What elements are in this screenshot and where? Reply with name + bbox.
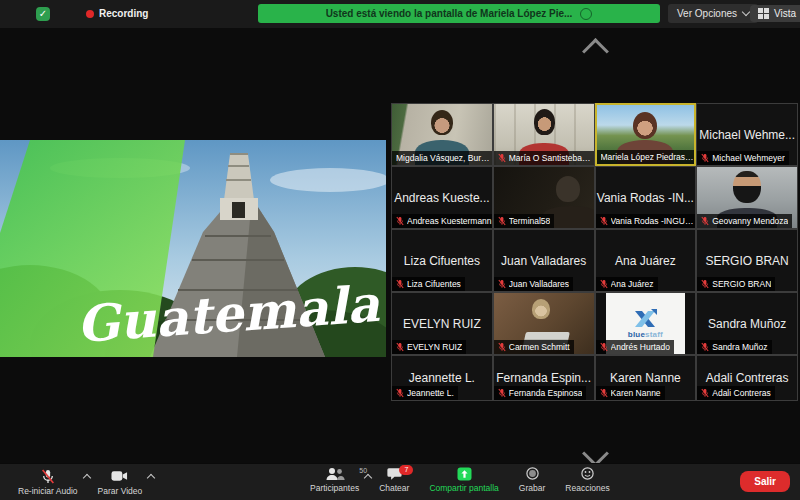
muted-mic-icon [600, 342, 608, 352]
guatemala-slide-image: Guatemala [0, 140, 386, 357]
banner-status-icon[interactable] [580, 8, 592, 20]
participant-tile[interactable]: Geovanny Mendoza [696, 166, 798, 229]
share-screen-label: Compartir pantalla [429, 483, 498, 493]
muted-mic-icon [498, 216, 506, 226]
participant-tile[interactable]: EVELYN RUIZ EVELYN RUIZ [391, 292, 493, 355]
participant-tile[interactable]: Migdalia Vásquez, Buró de... [391, 103, 493, 166]
muted-mic-icon [396, 388, 404, 398]
video-options-chevron[interactable] [147, 474, 155, 482]
participant-label: Carmen Schmitt [509, 342, 570, 352]
participant-label: Adali Contreras [712, 388, 771, 398]
muted-mic-icon [498, 342, 506, 352]
muted-mic-icon [498, 388, 506, 398]
vista-label: Vista [774, 8, 796, 19]
bottom-toolbar: Re-iniciar Audio Parar Video [0, 463, 800, 500]
participant-tile[interactable]: Ana Juárez Ana Juárez [595, 229, 697, 292]
participant-label-badge: Liza Cifuentes [392, 277, 465, 291]
shared-screen-view: Guatemala [0, 140, 386, 357]
encryption-shield-icon: ✓ [36, 7, 50, 21]
participant-label-badge: Andreas Kuestermann [392, 214, 493, 228]
participant-label-badge: Jeannette L. [392, 386, 458, 400]
participant-label-badge: Mariela López Piedrasanta [597, 150, 697, 164]
participant-label: Karen Nanne [611, 388, 661, 398]
muted-mic-icon [701, 153, 709, 163]
video-label: Parar Video [98, 486, 143, 496]
participant-tile[interactable]: Sandra Muñoz Sandra Muñoz [696, 292, 798, 355]
gallery-scroll-up-chevron[interactable] [582, 38, 609, 65]
participant-label-badge: Michael Wehmeyer [697, 151, 789, 165]
participant-label-badge: Ana Juárez [596, 277, 658, 291]
banner-text: Usted está viendo la pantalla de Mariela… [326, 8, 573, 19]
ver-opciones-button[interactable]: Ver Opciones [668, 4, 758, 23]
participant-tile[interactable]: Juan Valladares Juan Valladares [493, 229, 595, 292]
participant-tile[interactable]: Terminal58 [493, 166, 595, 229]
leave-meeting-button[interactable]: Salir [740, 471, 790, 492]
zoom-meeting-window: ✓ Recording Usted está viendo la pantall… [0, 0, 800, 500]
participant-tile[interactable]: Carmen Schmitt [493, 292, 595, 355]
participant-tile[interactable]: Vania Rodas -IN... Vania Rodas -INGUAT- [595, 166, 697, 229]
participant-label: Liza Cifuentes [407, 279, 461, 289]
participant-label-badge: María O Santisteban Blan... [494, 151, 595, 165]
participants-icon [325, 467, 345, 481]
participant-label-badge: Sandra Muñoz [697, 340, 771, 354]
participants-label: Participantes [310, 483, 359, 493]
bluestaff-logo-icon [633, 309, 657, 329]
participant-label-badge: Juan Valladares [494, 277, 573, 291]
participant-label: Fernanda Espinosa [509, 388, 583, 398]
participant-tile[interactable]: Liza Cifuentes Liza Cifuentes [391, 229, 493, 292]
participant-tile[interactable]: SERGIO BRAN SERGIO BRAN [696, 229, 798, 292]
participants-count: 50 [359, 467, 367, 474]
participant-label: Vania Rodas -INGUAT- [611, 216, 696, 226]
participant-tile[interactable]: Jeannette L. Jeannette L. [391, 355, 493, 401]
participant-label: María O Santisteban Blan... [509, 153, 594, 163]
participant-label-badge: Geovanny Mendoza [697, 214, 792, 228]
top-bar: ✓ Recording Usted está viendo la pantall… [0, 0, 800, 28]
record-icon [526, 467, 539, 480]
participant-tile[interactable]: Mariela López Piedrasanta [595, 103, 697, 166]
participant-label: Juan Valladares [509, 279, 569, 289]
muted-mic-icon [701, 388, 709, 398]
audio-label: Re-iniciar Audio [18, 486, 78, 496]
grid-view-icon [758, 8, 769, 19]
chat-button[interactable]: Chatear 7 [369, 464, 419, 495]
bluestaff-logo-text: bluestaff [628, 330, 663, 339]
participant-tile[interactable]: Michael Wehme... Michael Wehmeyer [696, 103, 798, 166]
screen-share-banner: Usted está viendo la pantalla de Mariela… [258, 4, 660, 23]
participant-label-badge: SERGIO BRAN [697, 277, 775, 291]
participants-button[interactable]: Participantes 50 [300, 464, 369, 495]
participant-label: Ana Juárez [611, 279, 654, 289]
audio-button[interactable]: Re-iniciar Audio [8, 464, 88, 500]
chat-label: Chatear [379, 483, 409, 493]
participant-label: Sandra Muñoz [712, 342, 767, 352]
recording-indicator: Recording [86, 8, 148, 19]
reactions-button[interactable]: Reacciones [555, 464, 619, 495]
participant-label-badge: Andrés Hurtado [596, 340, 675, 354]
participant-label: Mariela López Piedrasanta [601, 152, 695, 162]
video-button[interactable]: Parar Video [88, 464, 153, 500]
smiley-reactions-icon [581, 467, 594, 480]
participant-tile[interactable]: Fernanda Espin... Fernanda Espinosa [493, 355, 595, 401]
participant-tile[interactable]: Karen Nanne Karen Nanne [595, 355, 697, 401]
ver-opciones-label: Ver Opciones [677, 8, 737, 19]
participant-tile[interactable]: bluestaff Andrés Hurtado [595, 292, 697, 355]
participant-tile[interactable]: Adali Contreras Adali Contreras [696, 355, 798, 401]
muted-mic-icon [701, 216, 709, 226]
participant-tile[interactable]: María O Santisteban Blan... [493, 103, 595, 166]
muted-mic-icon [600, 279, 608, 289]
muted-mic-icon [396, 342, 404, 352]
record-button[interactable]: Grabar [509, 464, 555, 495]
participant-label-badge: Terminal58 [494, 214, 555, 228]
participant-tile[interactable]: Andreas Kueste... Andreas Kuestermann [391, 166, 493, 229]
mic-muted-icon [41, 469, 55, 484]
vista-button[interactable]: Vista [750, 5, 800, 22]
recording-label: Recording [99, 8, 148, 19]
participant-label-badge: Migdalia Vásquez, Buró de... [392, 151, 493, 165]
share-screen-icon [457, 467, 472, 481]
participant-label-badge: Fernanda Espinosa [494, 386, 587, 400]
record-label: Grabar [519, 483, 545, 493]
participant-label: Geovanny Mendoza [712, 216, 788, 226]
muted-mic-icon [396, 216, 404, 226]
share-screen-button[interactable]: Compartir pantalla [419, 464, 508, 495]
muted-mic-icon [600, 216, 608, 226]
participant-label-badge: Carmen Schmitt [494, 340, 574, 354]
